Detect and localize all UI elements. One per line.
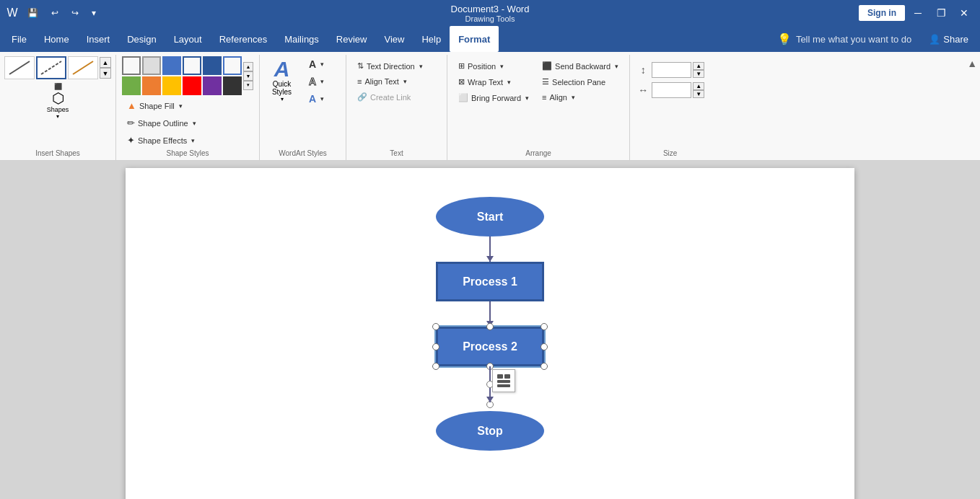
wrap-text-button[interactable]: ⊠ Wrap Text ▾: [453, 75, 534, 89]
height-down-button[interactable]: ▼: [693, 70, 704, 78]
create-link-icon: 🔗: [357, 92, 367, 102]
handle-bl[interactable]: [432, 363, 439, 370]
quick-styles-button[interactable]: A QuickStyles ▾: [266, 56, 298, 105]
shape-style-none[interactable]: [122, 56, 141, 75]
sign-in-button[interactable]: Sign in: [859, 5, 905, 21]
layout-tooltip[interactable]: [492, 369, 515, 392]
create-link-label: Create Link: [370, 93, 411, 102]
shape-fill-icon: ▲: [127, 100, 136, 111]
text-outline-arrow: ▾: [320, 78, 324, 85]
quick-styles-label: QuickStyles: [272, 80, 292, 96]
align-text-icon: ≡: [357, 77, 362, 86]
start-shape[interactable]: Start: [436, 197, 544, 237]
menu-item-insert[interactable]: Insert: [78, 26, 119, 52]
gallery-scroll-up[interactable]: ▲: [100, 57, 111, 68]
menu-item-layout[interactable]: Layout: [165, 26, 211, 52]
styles-gallery-up[interactable]: ▲: [243, 62, 253, 71]
menu-item-references[interactable]: References: [211, 26, 276, 52]
ribbon-group-arrange: ⊞ Position ▾ ⊠ Wrap Text ▾ ⬜ Bring Forwa…: [447, 55, 630, 160]
create-link-button[interactable]: 🔗 Create Link: [352, 90, 416, 104]
width-input[interactable]: 0.01": [652, 82, 691, 98]
position-icon: ⊞: [458, 61, 465, 71]
align-text-button[interactable]: ≡ Align Text ▾: [352, 75, 412, 88]
menu-item-home[interactable]: Home: [35, 26, 78, 52]
shape-style-outline-blue[interactable]: [183, 56, 201, 75]
menu-item-format[interactable]: Format: [450, 26, 499, 52]
process2-shape[interactable]: Process 2: [436, 327, 544, 366]
selection-pane-icon: ☰: [542, 77, 549, 87]
height-spinner-buttons: ▲ ▼: [693, 62, 704, 78]
shape-style-black[interactable]: [223, 76, 242, 95]
position-button[interactable]: ⊞ Position ▾: [453, 59, 534, 73]
arrow-3: [486, 397, 494, 402]
text-effects-button[interactable]: A ▾: [304, 91, 329, 107]
shape-style-diagonal-orange[interactable]: [68, 56, 98, 79]
shape-style-diagonal[interactable]: [4, 56, 35, 79]
save-button[interactable]: 💾: [23, 6, 43, 19]
tell-me-bar[interactable]: 💡 Tell me what you want to do: [769, 26, 920, 52]
text-direction-button[interactable]: ⇅ Text Direction ▾: [352, 59, 428, 73]
shape-style-yellow[interactable]: [162, 76, 181, 95]
process1-shape[interactable]: Process 1: [436, 262, 544, 301]
text-direction-label: Text Direction: [367, 62, 415, 71]
shapes-button[interactable]: ⬛ ⬡ Shapes ▾: [42, 81, 74, 122]
undo-button[interactable]: ↩: [47, 6, 63, 19]
shape-style-dark-blue[interactable]: [203, 56, 222, 75]
handle-tl[interactable]: [432, 323, 439, 330]
close-button[interactable]: ✕: [954, 3, 974, 23]
shape-outline-icon: ✏: [127, 118, 135, 128]
share-button[interactable]: 👤 Share: [920, 26, 977, 52]
width-down-button[interactable]: ▼: [693, 90, 704, 98]
shape-fill-button[interactable]: ▲ Shape Fill ▾: [122, 98, 201, 113]
shape-style-diagonal-selected[interactable]: [36, 56, 66, 79]
tell-me-text[interactable]: Tell me what you want to do: [796, 34, 911, 45]
shape-style-red[interactable]: [183, 76, 201, 95]
menu-item-mailings[interactable]: Mailings: [276, 26, 328, 52]
connector-3-area: [486, 366, 494, 408]
shape-style-gray[interactable]: [142, 56, 161, 75]
text-fill-arrow: ▾: [320, 61, 324, 68]
shape-style-blue[interactable]: [162, 56, 181, 75]
menu-item-help[interactable]: Help: [413, 26, 450, 52]
handle-ml[interactable]: [432, 343, 439, 350]
menu-item-review[interactable]: Review: [328, 26, 376, 52]
styles-gallery-down[interactable]: ▼: [243, 71, 253, 81]
drawing-tools-label: Drawing Tools: [465, 14, 515, 23]
handle-mr[interactable]: [541, 343, 548, 350]
align-button[interactable]: ≡ Align ▾: [537, 91, 624, 104]
bring-forward-button[interactable]: ⬜ Bring Forward ▾: [453, 91, 534, 105]
shape-style-green[interactable]: [122, 76, 141, 95]
shape-outline-button[interactable]: ✏ Shape Outline ▾: [122, 115, 201, 131]
minimize-button[interactable]: ─: [908, 3, 928, 23]
redo-button[interactable]: ↪: [67, 6, 83, 19]
wordart-content: A QuickStyles ▾ A ▾ A ▾: [266, 56, 340, 148]
restore-button[interactable]: ❐: [931, 3, 951, 23]
height-input[interactable]: 0.61": [652, 62, 691, 78]
shape-style-orange[interactable]: [142, 76, 161, 95]
handle-tc[interactable]: [486, 323, 494, 330]
stop-shape[interactable]: Stop: [436, 411, 544, 451]
shapes-dropdown-arrow: ▾: [56, 113, 59, 120]
height-up-button[interactable]: ▲: [693, 62, 704, 70]
quick-access-more-button[interactable]: ▾: [87, 6, 100, 19]
styles-gallery-expand[interactable]: ▾: [243, 81, 253, 90]
collapse-ribbon-button[interactable]: ▲: [967, 58, 977, 69]
selection-pane-button[interactable]: ☰ Selection Pane: [537, 75, 624, 89]
shape-style-purple[interactable]: [203, 76, 222, 95]
shape-effects-button[interactable]: ✦ Shape Effects ▾: [122, 133, 201, 148]
menu-item-file[interactable]: File: [3, 26, 35, 52]
shape-style-outline-blue2[interactable]: [223, 56, 242, 75]
size-content: ↕ 0.61" ▲ ▼ ↔ 0.01" ▲ ▼: [636, 56, 704, 148]
width-up-button[interactable]: ▲: [693, 82, 704, 90]
menu-item-design[interactable]: Design: [118, 26, 165, 52]
gallery-scroll-down[interactable]: ▼: [100, 68, 111, 79]
arrow-1: [486, 256, 494, 262]
text-fill-button[interactable]: A ▾: [304, 56, 329, 72]
arrange-content: ⊞ Position ▾ ⊠ Wrap Text ▾ ⬜ Bring Forwa…: [453, 56, 624, 148]
handle-tr[interactable]: [541, 323, 548, 330]
menu-item-view[interactable]: View: [375, 26, 413, 52]
canvas-area[interactable]: Start Process 1 Process 2: [0, 161, 980, 499]
send-backward-button[interactable]: ⬛ Send Backward ▾: [537, 59, 624, 73]
handle-br[interactable]: [541, 363, 548, 370]
text-outline-button[interactable]: A ▾: [304, 74, 329, 89]
